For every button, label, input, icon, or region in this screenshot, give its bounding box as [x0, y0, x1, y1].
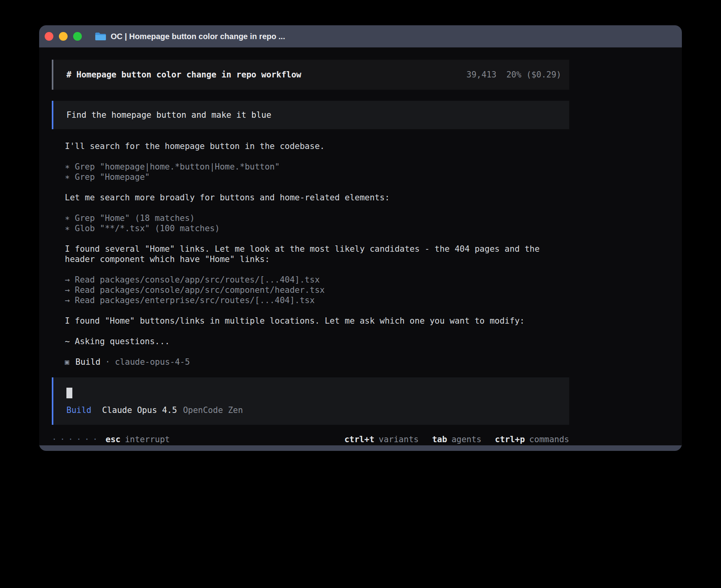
tool-call-line: ∗ Grep "homepage|home.*button|Home.*butt…: [65, 162, 569, 172]
user-message: Find the homepage button and make it blu…: [52, 101, 569, 129]
variants-label: variants: [379, 434, 419, 445]
terminal-content: # Homepage button color change in repo w…: [39, 47, 682, 445]
status-line: ~ Asking questions...: [65, 336, 569, 347]
conversation: I'll search for the homepage button in t…: [52, 141, 569, 367]
agent-model: claude-opus-4-5: [115, 357, 190, 367]
terminal-window: OC | Homepage button color change in rep…: [39, 25, 682, 451]
interrupt-hint: esc interrupt: [106, 434, 170, 445]
assistant-text-line: Let me search more broadly for buttons a…: [65, 192, 569, 203]
folder-icon: [95, 32, 106, 41]
tool-call-line: ∗ Grep "Homepage": [65, 172, 569, 182]
variants-hint: ctrl+t variants: [344, 434, 419, 445]
provider-label: OpenCode Zen: [183, 405, 243, 415]
session-header: # Homepage button color change in repo w…: [52, 60, 569, 90]
minimize-button[interactable]: [59, 32, 68, 41]
ctrl-t-key: ctrl+t: [344, 434, 374, 445]
assistant-text-line: I'll search for the homepage button in t…: [65, 141, 569, 151]
assistant-text-line: I found "Home" buttons/links in multiple…: [65, 316, 569, 326]
user-message-text: Find the homepage button and make it blu…: [66, 110, 271, 120]
session-title: # Homepage button color change in repo w…: [66, 70, 301, 80]
commands-label: commands: [529, 434, 569, 445]
agent-mode-label[interactable]: Build: [66, 405, 91, 415]
agents-label: agents: [451, 434, 481, 445]
agent-name: Build: [75, 357, 100, 367]
agent-status-line: ▣ Build · claude-opus-4-5: [65, 357, 569, 367]
zoom-button[interactable]: [73, 32, 82, 41]
esc-action-label: interrupt: [125, 434, 170, 445]
keyboard-hints: ctrl+t variants tab agents ctrl+p comman…: [344, 434, 569, 445]
session-stats: 39,413 20% ($0.29): [466, 70, 561, 80]
context-cost: 20% ($0.29): [506, 70, 561, 80]
close-button[interactable]: [45, 32, 53, 41]
tool-call-line: ∗ Glob "**/*.tsx" (100 matches): [65, 223, 569, 234]
spinner-dots: ········: [52, 434, 100, 445]
tool-call-line: ∗ Grep "Home" (18 matches): [65, 213, 569, 223]
model-label[interactable]: Claude Opus 4.5: [102, 405, 177, 415]
tab-key: tab: [432, 434, 447, 445]
status-bar: ········ esc interrupt ctrl+t variants t…: [52, 434, 569, 445]
agent-icon: ▣: [65, 357, 69, 367]
commands-hint: ctrl+p commands: [495, 434, 569, 445]
esc-key: esc: [106, 434, 121, 445]
assistant-text-line: I found several "Home" links. Let me loo…: [65, 244, 569, 264]
token-count: 39,413: [466, 70, 496, 80]
window-titlebar[interactable]: OC | Homepage button color change in rep…: [39, 25, 682, 47]
text-cursor: [66, 388, 72, 398]
file-read-line: → Read packages/console/app/src/routes/[…: [65, 275, 569, 285]
agents-hint: tab agents: [432, 434, 481, 445]
agent-separator: ·: [105, 357, 110, 367]
window-title: OC | Homepage button color change in rep…: [111, 32, 285, 41]
file-read-line: → Read packages/enterprise/src/routes/[.…: [65, 295, 569, 305]
file-read-line: → Read packages/console/app/src/componen…: [65, 285, 569, 295]
traffic-lights: [45, 32, 82, 41]
prompt-input[interactable]: Build Claude Opus 4.5 OpenCode Zen: [52, 377, 569, 425]
input-meta: Build Claude Opus 4.5 OpenCode Zen: [66, 405, 561, 415]
ctrl-p-key: ctrl+p: [495, 434, 525, 445]
